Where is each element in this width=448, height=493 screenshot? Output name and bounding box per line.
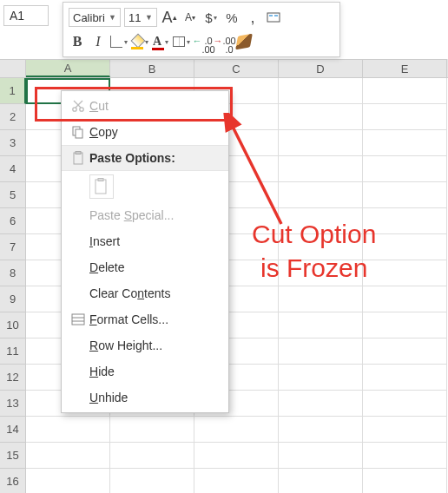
cell[interactable]	[363, 417, 447, 443]
cell[interactable]	[363, 182, 447, 208]
font-selector[interactable]: Calibri ▼	[69, 8, 121, 27]
cell[interactable]	[363, 130, 447, 156]
menu-clear-contents[interactable]: Clear Contents	[62, 280, 228, 306]
row-header[interactable]: 9	[0, 286, 26, 312]
merge-button[interactable]: ▾	[173, 33, 190, 50]
cell[interactable]	[194, 417, 279, 443]
cell[interactable]	[279, 286, 363, 312]
name-box[interactable]: A1	[3, 5, 49, 26]
bold-button[interactable]: B	[69, 33, 86, 50]
menu-copy[interactable]: Copy	[62, 119, 228, 145]
cell[interactable]	[279, 469, 363, 493]
comma-format-button[interactable]: ,	[244, 9, 261, 26]
cell[interactable]	[363, 286, 447, 312]
cell[interactable]	[26, 443, 110, 469]
menu-cut[interactable]: Cut	[62, 93, 228, 119]
row-header[interactable]: 8	[0, 260, 26, 286]
cell[interactable]	[26, 469, 110, 493]
menu-paste-special[interactable]: Paste Special...	[62, 202, 228, 228]
cell[interactable]	[26, 417, 110, 443]
column-headers: A B C D E	[0, 59, 448, 78]
row-header[interactable]: 10	[0, 312, 26, 339]
cell[interactable]	[279, 365, 363, 391]
cell[interactable]	[279, 339, 363, 365]
decrease-decimal-button[interactable]: →.00.0	[214, 33, 232, 50]
mini-toolbar: Calibri ▼ 11 ▼ A▴ A▾ $▾ % , B I ▾ ▾ A▾ ▾…	[63, 2, 340, 57]
cell[interactable]	[194, 469, 279, 493]
menu-cut-label: Cut	[89, 99, 220, 113]
font-color-icon: A	[153, 35, 161, 49]
cell[interactable]	[279, 156, 363, 182]
increase-font-button[interactable]: A▴	[161, 9, 178, 26]
cell[interactable]	[363, 365, 447, 391]
cell[interactable]	[363, 469, 447, 493]
menu-unhide-label: Unhide	[89, 391, 220, 404]
cell[interactable]	[279, 78, 363, 104]
format-painter-button[interactable]	[235, 33, 253, 50]
row-header[interactable]: 7	[0, 234, 26, 260]
cell[interactable]	[363, 156, 447, 182]
merge-icon	[173, 36, 185, 47]
column-header-e[interactable]: E	[363, 59, 447, 77]
row-header[interactable]: 2	[0, 104, 26, 130]
chevron-down-icon: ▾	[124, 38, 128, 46]
row-header[interactable]: 13	[0, 391, 26, 417]
row-header[interactable]: 16	[0, 469, 26, 493]
svg-rect-10	[76, 152, 81, 154]
row-header[interactable]: 15	[0, 443, 26, 469]
cell[interactable]	[279, 182, 363, 208]
cell[interactable]	[363, 391, 447, 417]
cell[interactable]	[194, 443, 279, 469]
accounting-format-button[interactable]: $▾	[202, 9, 220, 26]
cell[interactable]	[110, 417, 194, 443]
menu-delete[interactable]: Delete	[62, 254, 228, 280]
cell[interactable]	[363, 339, 447, 365]
row-header[interactable]: 1	[0, 78, 26, 104]
row-header[interactable]: 6	[0, 208, 26, 234]
cell[interactable]	[363, 104, 447, 130]
chevron-down-icon: ▼	[145, 13, 153, 22]
select-all-corner[interactable]	[0, 59, 26, 77]
paste-option-default[interactable]	[89, 174, 114, 199]
percent-format-button[interactable]: %	[223, 9, 240, 26]
format-cells-dialog-icon[interactable]	[265, 9, 282, 26]
row-header[interactable]: 3	[0, 130, 26, 156]
svg-point-4	[80, 108, 83, 111]
border-button[interactable]: ▾	[110, 33, 128, 50]
column-header-b[interactable]: B	[110, 59, 194, 77]
cell[interactable]	[279, 104, 363, 130]
menu-insert[interactable]: Insert	[62, 228, 228, 254]
fill-icon	[131, 36, 143, 48]
column-header-d[interactable]: D	[279, 59, 363, 77]
cell[interactable]	[363, 312, 447, 339]
cell[interactable]	[279, 417, 363, 443]
menu-unhide[interactable]: Unhide	[62, 385, 228, 411]
cell[interactable]	[279, 312, 363, 339]
row-header[interactable]: 5	[0, 182, 26, 208]
cell[interactable]	[363, 443, 447, 469]
increase-decimal-button[interactable]: ←.0.00	[194, 33, 211, 50]
row-header[interactable]: 4	[0, 156, 26, 182]
font-color-button[interactable]: A▾	[152, 33, 169, 50]
cell[interactable]	[110, 443, 194, 469]
menu-copy-label: Copy	[89, 125, 220, 139]
row-header[interactable]: 12	[0, 365, 26, 391]
font-size-selector[interactable]: 11 ▼	[124, 8, 157, 27]
menu-row-height[interactable]: Row Height...	[62, 332, 228, 358]
cell[interactable]	[279, 130, 363, 156]
row-header[interactable]: 11	[0, 339, 26, 365]
row-header[interactable]: 14	[0, 417, 26, 443]
column-header-c[interactable]: C	[194, 59, 279, 77]
column-header-a[interactable]: A	[26, 59, 110, 77]
cell[interactable]	[110, 469, 194, 493]
brush-icon	[235, 34, 253, 50]
fill-color-button[interactable]: ▾	[131, 33, 148, 50]
annotation-line-2: is Frozen	[252, 251, 376, 285]
menu-hide[interactable]: Hide	[62, 358, 228, 385]
cell[interactable]	[363, 78, 447, 104]
cell[interactable]	[279, 391, 363, 417]
decrease-font-button[interactable]: A▾	[181, 9, 199, 26]
cell[interactable]	[279, 443, 363, 469]
italic-button[interactable]: I	[89, 33, 107, 50]
menu-format-cells[interactable]: Format Cells...	[62, 306, 228, 332]
